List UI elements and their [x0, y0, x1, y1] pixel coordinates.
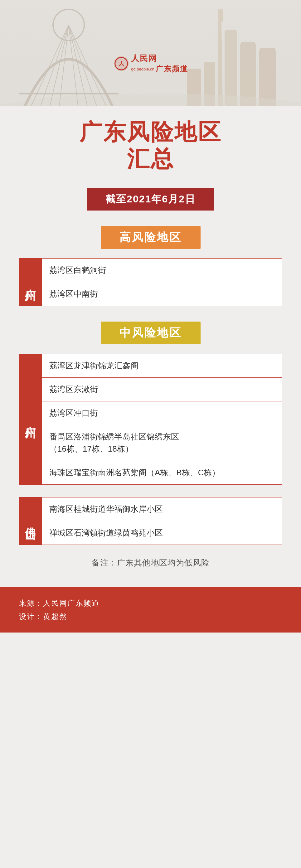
- list-item: 番禺区洛浦街锦绣半岛社区锦绣东区（16栋、17栋、18栋）: [42, 425, 282, 461]
- list-item: 海珠区瑞宝街南洲名苑棠阁（A栋、B栋、C栋）: [42, 461, 282, 485]
- list-item: 荔湾区东漱街: [42, 378, 282, 401]
- foshan-label-mid: 佛山: [19, 497, 42, 545]
- logo-icon: 人: [113, 56, 129, 72]
- list-item: 南海区桂城街道华福御水岸小区: [42, 497, 282, 521]
- guangzhou-label-mid: 广州: [19, 354, 42, 485]
- list-item: 荔湾区白鹤洞街: [42, 258, 282, 282]
- logo-channel: 广东频道: [156, 64, 188, 74]
- mid-risk-label: 中风险地区: [101, 321, 201, 344]
- mid-risk-header: 中风险地区: [0, 321, 301, 344]
- mid-risk-foshan-block: 佛山 南海区桂城街道华福御水岸小区 禅城区石湾镇街道绿茵鸣苑小区: [19, 497, 282, 545]
- list-item: 荔湾区龙津街锦龙汇鑫阁: [42, 354, 282, 378]
- footer-source: 来源：人民网广东频道: [19, 596, 282, 610]
- svg-rect-13: [224, 31, 237, 106]
- date-bar: 截至2021年6月2日: [0, 188, 301, 211]
- logo-area: 人 人民网 gd.people.cn 广东频道: [113, 53, 188, 74]
- high-risk-guangzhou-block: 广州 荔湾区白鹤洞街 荔湾区中南街: [19, 258, 282, 306]
- date-label: 截至2021年6月2日: [87, 188, 214, 211]
- footer-design: 设计：黄超然: [19, 610, 282, 623]
- logo-url: gd.people.cn: [131, 67, 154, 71]
- main-title-line2: 汇总: [0, 145, 301, 172]
- guangzhou-label-high: 广州: [19, 258, 42, 306]
- footer: 来源：人民网广东频道 设计：黄超然: [0, 587, 301, 632]
- note-text: 备注：广东其他地区均为低风险: [92, 558, 210, 567]
- foshan-items-mid: 南海区桂城街道华福御水岸小区 禅城区石湾镇街道绿茵鸣苑小区: [42, 497, 282, 545]
- logo-name: 人民网: [131, 53, 188, 64]
- svg-rect-18: [260, 48, 275, 53]
- title-section: 广东风险地区 汇总: [0, 106, 301, 179]
- high-risk-label: 高风险地区: [101, 226, 201, 249]
- page: 人 人民网 gd.people.cn 广东频道 广东风险地区 汇总 截至2021…: [0, 0, 301, 868]
- note-section: 备注：广东其他地区均为低风险: [19, 557, 282, 568]
- svg-rect-16: [241, 42, 255, 47]
- svg-rect-12: [218, 9, 223, 22]
- high-risk-header: 高风险地区: [0, 226, 301, 249]
- svg-rect-14: [226, 30, 236, 36]
- guangzhou-items-high: 荔湾区白鹤洞街 荔湾区中南街: [42, 258, 282, 306]
- svg-rect-17: [259, 50, 276, 106]
- main-title-line1: 广东风险地区: [0, 119, 301, 145]
- hero-section: 人 人民网 gd.people.cn 广东频道: [0, 0, 301, 106]
- guangzhou-items-mid: 荔湾区龙津街锦龙汇鑫阁 荔湾区东漱街 荔湾区冲口街 番禺区洛浦街锦绣半岛社区锦绣…: [42, 354, 282, 485]
- list-item: 荔湾区冲口街: [42, 401, 282, 425]
- svg-text:人: 人: [118, 61, 124, 67]
- mid-risk-guangzhou-block: 广州 荔湾区龙津街锦龙汇鑫阁 荔湾区东漱街 荔湾区冲口街 番禺区洛浦街锦绣半岛社…: [19, 354, 282, 485]
- list-item: 禅城区石湾镇街道绿茵鸣苑小区: [42, 521, 282, 545]
- list-item: 荔湾区中南街: [42, 282, 282, 306]
